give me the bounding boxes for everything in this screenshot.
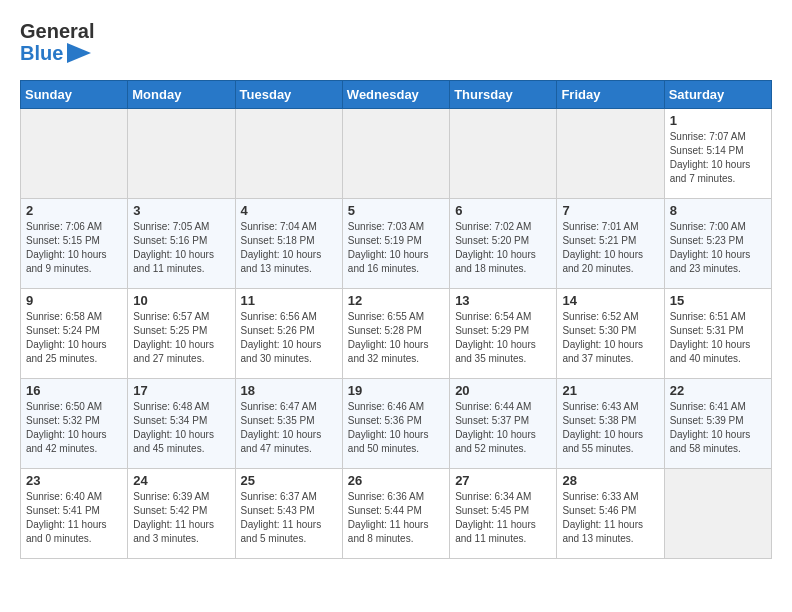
day-number: 12 <box>348 293 444 308</box>
day-number: 20 <box>455 383 551 398</box>
day-cell: 17Sunrise: 6:48 AM Sunset: 5:34 PM Dayli… <box>128 379 235 469</box>
day-info: Sunrise: 6:51 AM Sunset: 5:31 PM Dayligh… <box>670 310 766 366</box>
day-cell: 6Sunrise: 7:02 AM Sunset: 5:20 PM Daylig… <box>450 199 557 289</box>
day-info: Sunrise: 6:57 AM Sunset: 5:25 PM Dayligh… <box>133 310 229 366</box>
day-number: 14 <box>562 293 658 308</box>
day-cell <box>557 109 664 199</box>
day-cell <box>342 109 449 199</box>
day-info: Sunrise: 6:36 AM Sunset: 5:44 PM Dayligh… <box>348 490 444 546</box>
day-number: 26 <box>348 473 444 488</box>
week-row-2: 2Sunrise: 7:06 AM Sunset: 5:15 PM Daylig… <box>21 199 772 289</box>
day-number: 22 <box>670 383 766 398</box>
day-number: 19 <box>348 383 444 398</box>
header-cell-sunday: Sunday <box>21 81 128 109</box>
svg-marker-0 <box>67 43 91 63</box>
day-cell <box>21 109 128 199</box>
calendar-header: SundayMondayTuesdayWednesdayThursdayFrid… <box>21 81 772 109</box>
day-cell: 11Sunrise: 6:56 AM Sunset: 5:26 PM Dayli… <box>235 289 342 379</box>
day-number: 2 <box>26 203 122 218</box>
day-info: Sunrise: 6:39 AM Sunset: 5:42 PM Dayligh… <box>133 490 229 546</box>
day-cell: 25Sunrise: 6:37 AM Sunset: 5:43 PM Dayli… <box>235 469 342 559</box>
day-info: Sunrise: 6:37 AM Sunset: 5:43 PM Dayligh… <box>241 490 337 546</box>
header-row: SundayMondayTuesdayWednesdayThursdayFrid… <box>21 81 772 109</box>
day-cell: 14Sunrise: 6:52 AM Sunset: 5:30 PM Dayli… <box>557 289 664 379</box>
day-info: Sunrise: 6:41 AM Sunset: 5:39 PM Dayligh… <box>670 400 766 456</box>
day-info: Sunrise: 6:33 AM Sunset: 5:46 PM Dayligh… <box>562 490 658 546</box>
day-number: 16 <box>26 383 122 398</box>
day-number: 10 <box>133 293 229 308</box>
day-number: 5 <box>348 203 444 218</box>
day-info: Sunrise: 6:55 AM Sunset: 5:28 PM Dayligh… <box>348 310 444 366</box>
day-info: Sunrise: 6:48 AM Sunset: 5:34 PM Dayligh… <box>133 400 229 456</box>
day-number: 28 <box>562 473 658 488</box>
blue-arrow-icon <box>67 43 91 63</box>
day-info: Sunrise: 6:44 AM Sunset: 5:37 PM Dayligh… <box>455 400 551 456</box>
day-cell: 18Sunrise: 6:47 AM Sunset: 5:35 PM Dayli… <box>235 379 342 469</box>
day-cell: 23Sunrise: 6:40 AM Sunset: 5:41 PM Dayli… <box>21 469 128 559</box>
day-number: 23 <box>26 473 122 488</box>
week-row-1: 1Sunrise: 7:07 AM Sunset: 5:14 PM Daylig… <box>21 109 772 199</box>
day-info: Sunrise: 7:06 AM Sunset: 5:15 PM Dayligh… <box>26 220 122 276</box>
day-cell: 27Sunrise: 6:34 AM Sunset: 5:45 PM Dayli… <box>450 469 557 559</box>
day-number: 27 <box>455 473 551 488</box>
day-cell: 19Sunrise: 6:46 AM Sunset: 5:36 PM Dayli… <box>342 379 449 469</box>
header-cell-tuesday: Tuesday <box>235 81 342 109</box>
day-cell: 16Sunrise: 6:50 AM Sunset: 5:32 PM Dayli… <box>21 379 128 469</box>
day-info: Sunrise: 6:46 AM Sunset: 5:36 PM Dayligh… <box>348 400 444 456</box>
day-number: 24 <box>133 473 229 488</box>
day-number: 11 <box>241 293 337 308</box>
day-number: 4 <box>241 203 337 218</box>
logo-text: General Blue <box>20 20 94 64</box>
day-cell: 2Sunrise: 7:06 AM Sunset: 5:15 PM Daylig… <box>21 199 128 289</box>
header-cell-saturday: Saturday <box>664 81 771 109</box>
day-info: Sunrise: 7:07 AM Sunset: 5:14 PM Dayligh… <box>670 130 766 186</box>
day-number: 7 <box>562 203 658 218</box>
day-cell <box>664 469 771 559</box>
calendar-body: 1Sunrise: 7:07 AM Sunset: 5:14 PM Daylig… <box>21 109 772 559</box>
day-cell: 5Sunrise: 7:03 AM Sunset: 5:19 PM Daylig… <box>342 199 449 289</box>
day-cell <box>450 109 557 199</box>
day-cell: 24Sunrise: 6:39 AM Sunset: 5:42 PM Dayli… <box>128 469 235 559</box>
day-cell: 20Sunrise: 6:44 AM Sunset: 5:37 PM Dayli… <box>450 379 557 469</box>
day-cell: 22Sunrise: 6:41 AM Sunset: 5:39 PM Dayli… <box>664 379 771 469</box>
day-number: 25 <box>241 473 337 488</box>
day-info: Sunrise: 6:52 AM Sunset: 5:30 PM Dayligh… <box>562 310 658 366</box>
day-cell: 28Sunrise: 6:33 AM Sunset: 5:46 PM Dayli… <box>557 469 664 559</box>
day-cell: 10Sunrise: 6:57 AM Sunset: 5:25 PM Dayli… <box>128 289 235 379</box>
day-info: Sunrise: 6:56 AM Sunset: 5:26 PM Dayligh… <box>241 310 337 366</box>
day-number: 13 <box>455 293 551 308</box>
day-info: Sunrise: 7:02 AM Sunset: 5:20 PM Dayligh… <box>455 220 551 276</box>
header-cell-wednesday: Wednesday <box>342 81 449 109</box>
day-info: Sunrise: 6:34 AM Sunset: 5:45 PM Dayligh… <box>455 490 551 546</box>
header-cell-friday: Friday <box>557 81 664 109</box>
day-cell: 7Sunrise: 7:01 AM Sunset: 5:21 PM Daylig… <box>557 199 664 289</box>
day-info: Sunrise: 7:04 AM Sunset: 5:18 PM Dayligh… <box>241 220 337 276</box>
header-cell-monday: Monday <box>128 81 235 109</box>
day-cell: 8Sunrise: 7:00 AM Sunset: 5:23 PM Daylig… <box>664 199 771 289</box>
day-info: Sunrise: 7:03 AM Sunset: 5:19 PM Dayligh… <box>348 220 444 276</box>
day-info: Sunrise: 7:01 AM Sunset: 5:21 PM Dayligh… <box>562 220 658 276</box>
day-cell: 12Sunrise: 6:55 AM Sunset: 5:28 PM Dayli… <box>342 289 449 379</box>
day-cell: 26Sunrise: 6:36 AM Sunset: 5:44 PM Dayli… <box>342 469 449 559</box>
day-cell: 3Sunrise: 7:05 AM Sunset: 5:16 PM Daylig… <box>128 199 235 289</box>
day-number: 21 <box>562 383 658 398</box>
day-info: Sunrise: 6:54 AM Sunset: 5:29 PM Dayligh… <box>455 310 551 366</box>
day-number: 9 <box>26 293 122 308</box>
calendar-table: SundayMondayTuesdayWednesdayThursdayFrid… <box>20 80 772 559</box>
logo: General Blue <box>20 20 94 64</box>
day-cell: 13Sunrise: 6:54 AM Sunset: 5:29 PM Dayli… <box>450 289 557 379</box>
day-number: 15 <box>670 293 766 308</box>
week-row-5: 23Sunrise: 6:40 AM Sunset: 5:41 PM Dayli… <box>21 469 772 559</box>
week-row-3: 9Sunrise: 6:58 AM Sunset: 5:24 PM Daylig… <box>21 289 772 379</box>
day-info: Sunrise: 6:50 AM Sunset: 5:32 PM Dayligh… <box>26 400 122 456</box>
day-cell: 1Sunrise: 7:07 AM Sunset: 5:14 PM Daylig… <box>664 109 771 199</box>
day-info: Sunrise: 7:00 AM Sunset: 5:23 PM Dayligh… <box>670 220 766 276</box>
day-number: 1 <box>670 113 766 128</box>
day-number: 17 <box>133 383 229 398</box>
header-cell-thursday: Thursday <box>450 81 557 109</box>
day-cell <box>235 109 342 199</box>
day-cell: 4Sunrise: 7:04 AM Sunset: 5:18 PM Daylig… <box>235 199 342 289</box>
day-number: 3 <box>133 203 229 218</box>
page-header: General Blue <box>20 20 772 64</box>
day-cell: 15Sunrise: 6:51 AM Sunset: 5:31 PM Dayli… <box>664 289 771 379</box>
